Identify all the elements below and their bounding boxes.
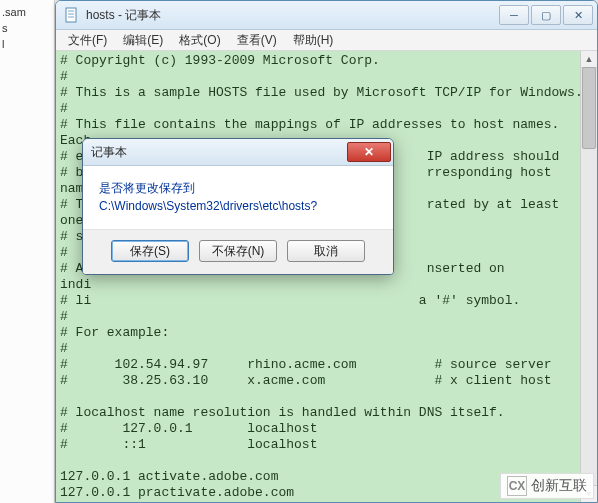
dont-save-button[interactable]: 不保存(N): [199, 240, 277, 262]
svg-rect-0: [66, 8, 76, 22]
watermark-logo-icon: CX: [507, 476, 527, 496]
close-icon: ✕: [364, 145, 374, 159]
dialog-button-row: 保存(S) 不保存(N) 取消: [83, 229, 393, 274]
save-button[interactable]: 保存(S): [111, 240, 189, 262]
cancel-button[interactable]: 取消: [287, 240, 365, 262]
notepad-icon: [64, 7, 80, 23]
scroll-thumb[interactable]: [582, 67, 596, 149]
list-item: l: [2, 36, 52, 52]
dialog-close-button[interactable]: ✕: [347, 142, 391, 162]
list-item: s: [2, 20, 52, 36]
text-editor[interactable]: # Copyright (c) 1993-2009 Microsoft Corp…: [56, 51, 580, 502]
menu-view[interactable]: 查看(V): [229, 30, 285, 51]
dialog-message-line2: C:\Windows\System32\drivers\etc\hosts?: [99, 199, 377, 213]
vertical-scrollbar[interactable]: ▲ ▼: [580, 51, 597, 502]
menu-help[interactable]: 帮助(H): [285, 30, 342, 51]
save-confirm-dialog: 记事本 ✕ 是否将更改保存到 C:\Windows\System32\drive…: [82, 138, 394, 275]
explorer-file-list-fragment: .sam s l: [0, 0, 55, 503]
dialog-title: 记事本: [91, 144, 347, 161]
close-button[interactable]: ✕: [563, 5, 593, 25]
dialog-message-line1: 是否将更改保存到: [99, 180, 377, 197]
editor-area-wrap: # Copyright (c) 1993-2009 Microsoft Corp…: [56, 51, 597, 502]
window-title: hosts - 记事本: [86, 7, 499, 24]
scroll-up-arrow-icon[interactable]: ▲: [581, 51, 597, 68]
window-titlebar[interactable]: hosts - 记事本 ─ ▢ ✕: [56, 1, 597, 30]
watermark-text: 创新互联: [531, 477, 587, 495]
menu-format[interactable]: 格式(O): [171, 30, 228, 51]
minimize-button[interactable]: ─: [499, 5, 529, 25]
dialog-titlebar[interactable]: 记事本 ✕: [83, 139, 393, 166]
watermark: CX 创新互联: [500, 473, 594, 499]
menu-edit[interactable]: 编辑(E): [115, 30, 171, 51]
list-item: .sam: [2, 4, 52, 20]
dialog-message: 是否将更改保存到 C:\Windows\System32\drivers\etc…: [83, 166, 393, 229]
menu-file[interactable]: 文件(F): [60, 30, 115, 51]
maximize-button[interactable]: ▢: [531, 5, 561, 25]
menubar: 文件(F) 编辑(E) 格式(O) 查看(V) 帮助(H): [56, 30, 597, 51]
